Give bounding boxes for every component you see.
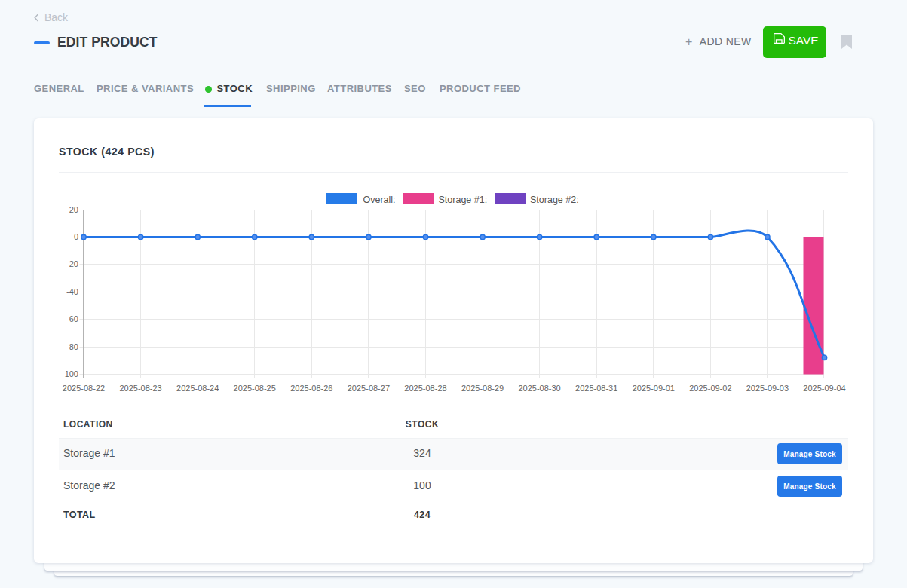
svg-text:-60: -60 — [66, 314, 78, 323]
svg-text:-80: -80 — [66, 342, 78, 351]
svg-text:2025-08-31: 2025-08-31 — [575, 384, 617, 393]
svg-text:-100: -100 — [62, 369, 78, 378]
svg-text:2025-08-24: 2025-08-24 — [176, 384, 219, 393]
svg-text:2025-08-30: 2025-08-30 — [518, 384, 560, 393]
svg-text:2025-09-01: 2025-09-01 — [633, 384, 675, 393]
svg-text:0: 0 — [74, 232, 78, 241]
svg-text:2025-08-26: 2025-08-26 — [290, 384, 332, 393]
svg-text:-40: -40 — [66, 287, 78, 296]
svg-text:2025-08-22: 2025-08-22 — [63, 384, 105, 393]
svg-text:Storage #2:: Storage #2: — [530, 194, 579, 205]
svg-text:20: 20 — [69, 205, 78, 214]
svg-text:2025-09-02: 2025-09-02 — [689, 384, 731, 393]
svg-text:2025-08-23: 2025-08-23 — [119, 384, 161, 393]
svg-text:Overall:: Overall: — [363, 194, 396, 205]
svg-text:2025-09-03: 2025-09-03 — [746, 384, 789, 393]
svg-text:2025-08-27: 2025-08-27 — [348, 384, 390, 393]
svg-text:2025-08-25: 2025-08-25 — [234, 384, 276, 393]
svg-text:Storage #1:: Storage #1: — [439, 194, 488, 205]
svg-text:-20: -20 — [66, 259, 78, 268]
svg-text:2025-09-04: 2025-09-04 — [803, 384, 845, 393]
svg-text:2025-08-29: 2025-08-29 — [461, 384, 504, 393]
svg-text:2025-08-28: 2025-08-28 — [404, 384, 446, 393]
